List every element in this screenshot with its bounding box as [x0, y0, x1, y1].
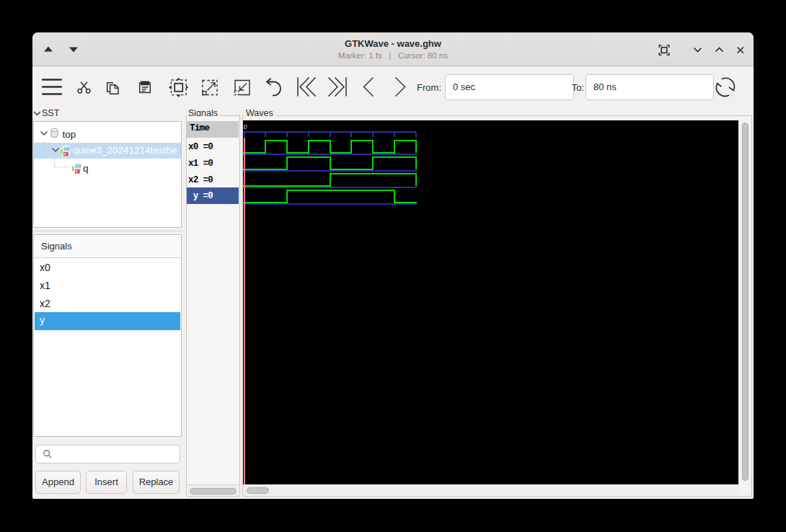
svg-text:Ø: Ø [244, 124, 248, 131]
